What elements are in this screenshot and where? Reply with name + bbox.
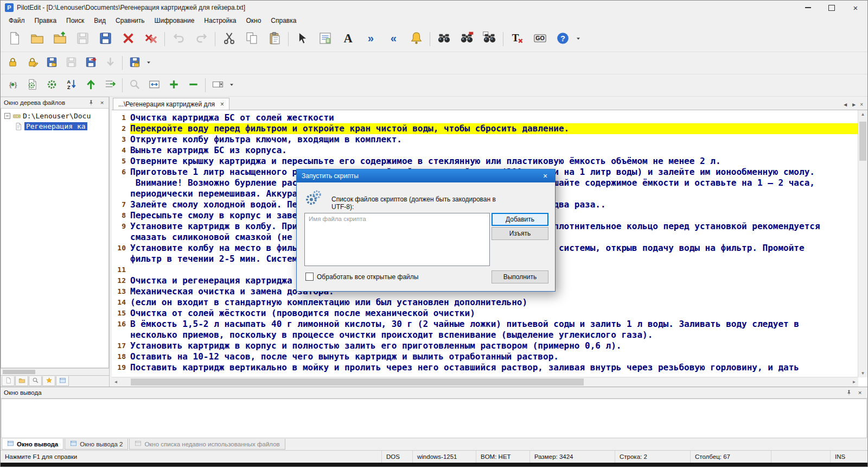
tab-scroll-right-icon[interactable]: ► [851, 102, 857, 108]
panel-close-icon[interactable]: × [98, 98, 106, 107]
editor-line[interactable]: 16В ёмкость 1,5-2 л насыпать 40 г лимонн… [112, 319, 858, 330]
redo-button[interactable] [190, 28, 213, 51]
caret-button[interactable] [144, 53, 153, 73]
close-button[interactable]: × [844, 1, 867, 15]
help-button[interactable]: ? [551, 28, 574, 51]
undo-button[interactable] [167, 28, 190, 51]
document-tab[interactable]: ...\Регенерация картриджей для × [113, 98, 229, 110]
paste-button[interactable] [263, 28, 286, 51]
save-all-button[interactable] [94, 28, 117, 51]
editor-line[interactable]: 4Выньте картридж БС из корпуса. [112, 145, 858, 156]
editor-line[interactable]: 14(если он входит в стандартную комплект… [112, 297, 858, 308]
pin-icon[interactable] [87, 98, 95, 107]
maximize-button[interactable] [820, 1, 844, 15]
cut-button[interactable] [218, 28, 240, 51]
lock-button[interactable] [3, 53, 22, 73]
save-button[interactable] [71, 28, 94, 51]
caret-button[interactable] [574, 28, 583, 51]
tree-tab-folders[interactable] [15, 376, 28, 386]
caret-button[interactable] [227, 75, 236, 95]
tree-tab-recent[interactable] [56, 376, 69, 386]
tree-item[interactable]: −D:\Lenouser\Docu [1, 111, 108, 121]
editor-line[interactable]: 19Поставить картридж вертикально в мойку… [112, 362, 858, 373]
arrow-down-button[interactable] [100, 53, 120, 73]
tree-tab-files[interactable] [2, 376, 15, 386]
fit-width-button[interactable] [144, 75, 164, 95]
open-folder-button[interactable] [25, 28, 48, 51]
editor-line[interactable]: несколько приемов, поскольку в процессе … [112, 330, 858, 340]
remove-button[interactable]: Изъять [492, 227, 548, 240]
tab-list-close-icon[interactable]: × [860, 102, 863, 108]
editor-line[interactable]: 2Перекройте воду перед фильтром и открой… [112, 123, 858, 134]
menu-item-compare[interactable]: Сравнить [111, 15, 149, 26]
copy-button[interactable] [240, 28, 263, 51]
menu-item-view[interactable]: Вид [89, 15, 111, 26]
angles-left-button[interactable]: « [382, 28, 405, 51]
wrap-green-button[interactable] [100, 75, 120, 95]
minus-green-button[interactable] [183, 75, 203, 95]
sort-az-button[interactable]: AZ [61, 75, 81, 95]
zoom-button[interactable] [125, 75, 144, 95]
plus-green-button[interactable] [164, 75, 183, 95]
scroll-left-icon[interactable]: ◄ [112, 380, 120, 384]
editor-line[interactable]: 1Очистка картриджа БС от солей жесткости [112, 112, 858, 123]
find-in-files-button[interactable] [478, 28, 501, 51]
folder-up-button[interactable] [48, 28, 71, 51]
menu-item-encryption[interactable]: Шифрование [150, 15, 200, 26]
scroll-down-icon[interactable]: ▼ [861, 369, 865, 377]
tree-expander-icon[interactable]: − [4, 113, 10, 119]
process-all-files-checkbox[interactable] [305, 273, 314, 281]
pin-icon[interactable] [845, 388, 853, 397]
save-lock-button[interactable] [42, 53, 61, 73]
script-file-list[interactable]: Имя файла скрипта [304, 213, 490, 266]
close-all-button[interactable] [139, 28, 162, 51]
output-tab-output1[interactable]: Окно вывода [2, 439, 63, 450]
menu-item-help[interactable]: Справка [266, 15, 301, 26]
dialog-close-button[interactable]: × [535, 169, 555, 182]
vertical-scroll-thumb[interactable] [859, 122, 866, 161]
select-arrow-button[interactable] [291, 28, 314, 51]
menu-item-search[interactable]: Поиск [61, 15, 89, 26]
bell-button[interactable] [405, 28, 427, 51]
scroll-up-icon[interactable]: ▲ [861, 110, 865, 118]
tree-horizontal-scrollbar[interactable] [1, 368, 109, 375]
column-edit-button[interactable] [314, 28, 336, 51]
menu-item-settings[interactable]: Настройка [199, 15, 241, 26]
find-next-button[interactable] [455, 28, 478, 51]
tree-item[interactable]: Регенерация ка [1, 121, 108, 131]
save-button[interactable] [61, 53, 81, 73]
combo-button[interactable] [208, 75, 227, 95]
goto-button[interactable]: GO [528, 28, 551, 51]
up-green-button[interactable] [81, 75, 100, 95]
gear-green-button[interactable] [42, 75, 61, 95]
editor-line[interactable]: 18Оставить на 10-12 часов, после чего вы… [112, 351, 858, 362]
output-tab-output2[interactable]: Окно вывода 2 [65, 439, 128, 450]
editor-line[interactable]: 17Установить картридж в корпус и полност… [112, 340, 858, 351]
horizontal-scroll-thumb[interactable] [131, 378, 584, 386]
scroll-right-icon[interactable]: ► [850, 380, 858, 384]
editor-line[interactable]: 15Очистка от солей жёсткости (проводится… [112, 308, 858, 319]
angles-right-button[interactable]: » [359, 28, 382, 51]
horizontal-scrollbar[interactable]: ◄ ► [112, 377, 858, 387]
editor-line[interactable]: 5Отверните крышку картриджа и пересыпьте… [112, 156, 858, 167]
font-button[interactable]: A [336, 28, 359, 51]
menu-item-file[interactable]: Файл [4, 15, 30, 26]
find-button[interactable] [432, 28, 455, 51]
page-gear-button[interactable] [22, 75, 42, 95]
add-button[interactable]: Добавить [492, 213, 548, 226]
dialog-title-bar[interactable]: Запустить скрипты × [297, 169, 555, 182]
save-export-button[interactable] [81, 53, 100, 73]
editor-line[interactable]: 3Открутите колбу фильтра ключом, входящи… [112, 134, 858, 145]
lock-edit-button[interactable] [22, 53, 42, 73]
close-file-button[interactable] [117, 28, 139, 51]
output-tab-recent-files[interactable]: Окно списка недавно использованных файло… [129, 439, 285, 450]
replace-text-button[interactable]: T [506, 28, 528, 51]
menu-item-edit[interactable]: Правка [30, 15, 62, 26]
script-braces-button[interactable]: {} [3, 75, 22, 95]
tree-tab-favorites[interactable] [42, 376, 55, 386]
new-file-button[interactable] [3, 28, 25, 51]
panel-close-icon[interactable]: × [856, 388, 864, 397]
menu-item-window[interactable]: Окно [241, 15, 266, 26]
vertical-scrollbar[interactable]: ▲ ▼ [858, 110, 867, 377]
tab-scroll-left-icon[interactable]: ◄ [843, 102, 848, 108]
